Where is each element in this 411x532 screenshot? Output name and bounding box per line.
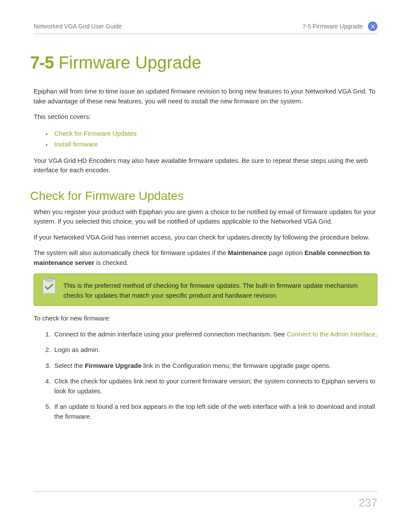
toc-link-install-firmware[interactable]: Install firmware — [54, 140, 98, 148]
footer-rule — [34, 491, 377, 492]
callout-text: This is the preferred method of checking… — [63, 278, 368, 300]
check-paragraph-2: If your Networked VGA Grid has internet … — [34, 233, 377, 243]
tools-icon — [368, 22, 377, 31]
step-1: Connect to the admin interface using you… — [53, 330, 377, 345]
step-3: Select the Firmware Upgrade link in the … — [53, 361, 377, 377]
to-check-label: To check for new firmware: — [34, 314, 377, 324]
section-covers-label: This section covers: — [34, 112, 377, 122]
link-connect-admin-interface[interactable]: Connect to the Admin Interface — [286, 330, 375, 338]
page-title: 7-5 Firmware Upgrade — [30, 53, 377, 72]
callout-note: This is the preferred method of checking… — [34, 274, 377, 306]
check-paragraph-1: When you register your product with Epip… — [34, 207, 377, 227]
toc-list: Check for Firmware Updates Install firmw… — [34, 128, 377, 150]
header-right: 7-5 Firmware Upgrade — [302, 23, 363, 30]
page-number: 237 — [359, 496, 377, 510]
toc-link-check-updates[interactable]: Check for Firmware Updates — [54, 130, 137, 137]
step-2: Login as admin. — [53, 345, 377, 361]
clipboard-check-icon — [43, 279, 56, 294]
steps-list: Connect to the admin interface using you… — [34, 330, 377, 428]
page-header: Networked VGA Grid User Guide 7-5 Firmwa… — [34, 22, 377, 34]
header-left: Networked VGA Grid User Guide — [34, 23, 122, 30]
heading-check-for-updates: Check for Firmware Updates — [30, 189, 377, 203]
section-title: Firmware Upgrade — [59, 53, 201, 72]
intro-paragraph: Epiphan will from time to time issue an … — [34, 87, 377, 106]
section-number: 7-5 — [30, 53, 54, 72]
step-4: Click the check for updates link next to… — [53, 376, 377, 402]
step-5: If an update is found a red box appears … — [53, 402, 377, 427]
encoder-note: Your VGA Grid HD Encoders may also have … — [34, 156, 377, 175]
check-paragraph-3: The system will also automatically check… — [34, 248, 377, 268]
